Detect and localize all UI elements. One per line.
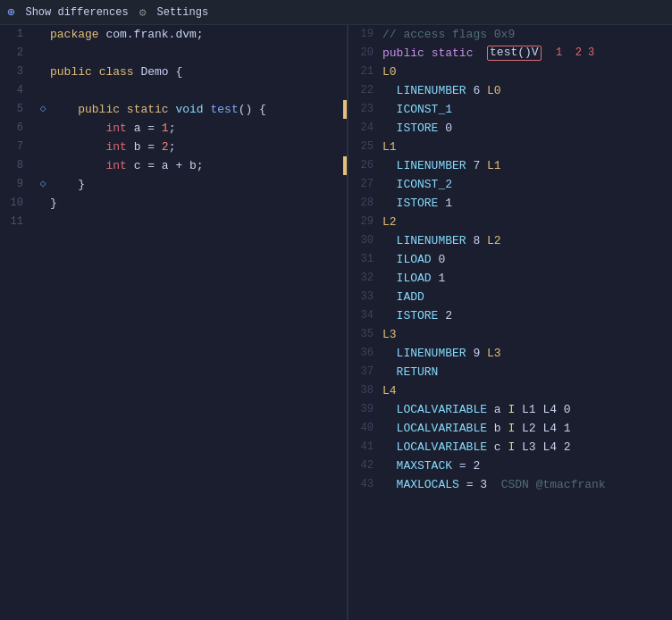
right-num-20: 20 [349,44,377,63]
line-num-9: 9 [0,175,29,194]
source-line-1: package com.frank.dvm; [36,25,347,44]
gutter-10 [36,194,50,213]
right-num-36: 36 [349,344,377,363]
right-num-42: 42 [349,457,377,475]
right-line-numbers: 19 20 21 22 23 24 25 26 27 28 29 30 31 3… [349,25,382,620]
diff-marker-8 [343,156,347,175]
settings-icon: ⚙ [139,5,147,20]
settings-label: Settings [156,6,208,19]
source-line-8: int c = a + b; [36,156,347,175]
bytecode-area: 19 20 21 22 23 24 25 26 27 28 29 30 31 3… [349,25,672,620]
bc-line-27: ICONST_2 [382,175,672,194]
bc-line-29: L2 [382,213,672,231]
bc-line-22: LINENUMBER 6 L0 [382,81,672,100]
bc-line-40: LOCALVARIABLE b I L2 L4 1 [382,419,672,438]
line-num-1: 1 [0,25,29,44]
main-content: 1 2 3 4 5 6 7 8 9 10 11 package com.fran… [0,25,672,620]
method-highlight-box: test()V [487,46,542,60]
right-num-27: 27 [349,175,377,194]
gutter-8 [36,156,50,175]
right-num-28: 28 [349,194,377,213]
diff-marker-5 [343,100,347,119]
line-numbers: 1 2 3 4 5 6 7 8 9 10 11 [0,25,36,620]
source-line-3: public class Demo { [36,63,347,81]
source-line-9: ◇ } [36,175,347,194]
right-num-26: 26 [349,156,377,175]
bc-line-42: MAXSTACK = 2 [382,457,672,475]
right-num-31: 31 [349,250,377,269]
gutter-7 [36,138,50,156]
show-diff-label: Show differences [25,6,128,19]
gutter-5: ◇ [36,100,50,119]
bc-line-20: public static test()V 1 2 3 [382,44,672,63]
line-num-8: 8 [0,156,29,175]
top-bar: ⊕ Show differences ⚙ Settings [0,0,672,25]
plugin-icon: ⊕ [7,4,14,20]
line-num-7: 7 [0,138,29,156]
line-num-11: 11 [0,213,29,231]
right-num-38: 38 [349,381,377,400]
line-num-10: 10 [0,194,29,213]
right-num-41: 41 [349,438,377,457]
bc-line-23: ICONST_1 [382,100,672,119]
bc-line-36: LINENUMBER 9 L3 [382,344,672,363]
gutter-1 [36,25,50,44]
right-num-35: 35 [349,325,377,344]
right-num-43: 43 [349,475,377,494]
bc-line-24: ISTORE 0 [382,119,672,138]
source-line-6: int a = 1 ; [36,119,347,138]
source-line-2 [36,44,347,63]
source-line-10: } [36,194,347,213]
right-num-32: 32 [349,269,377,288]
bc-line-30: LINENUMBER 8 L2 [382,231,672,250]
show-differences-button[interactable]: Show differences [25,6,128,19]
line-num-3: 3 [0,63,29,81]
right-num-24: 24 [349,119,377,138]
bc-line-37: RETURN [382,363,672,381]
right-num-30: 30 [349,231,377,250]
right-panel: 19 20 21 22 23 24 25 26 27 28 29 30 31 3… [349,25,672,620]
source-code-area: 1 2 3 4 5 6 7 8 9 10 11 package com.fran… [0,25,347,620]
bc-line-39: LOCALVARIABLE a I L1 L4 0 [382,400,672,419]
line-num-5: 5 [0,100,29,119]
gutter-3 [36,63,50,81]
right-num-33: 33 [349,288,377,306]
bc-line-19: // access flags 0x9 [382,25,672,44]
bc-line-31: ILOAD 0 [382,250,672,269]
gutter-9: ◇ [36,175,50,194]
settings-button[interactable]: Settings [156,6,208,19]
bytecode-lines: // access flags 0x9 public static test()… [382,25,672,620]
bc-line-41: LOCALVARIABLE c I L3 L4 2 [382,438,672,457]
right-num-19: 19 [349,25,377,44]
bc-line-38: L4 [382,381,672,400]
gutter-2 [36,44,50,63]
bc-line-32: ILOAD 1 [382,269,672,288]
bc-line-25: L1 [382,138,672,156]
bc-line-43: MAXLOCALS = 3 CSDN @tmacfrank [382,475,672,494]
source-line-4 [36,81,347,100]
source-line-5: ◇ public static void test () { [36,100,347,119]
bc-line-28: ISTORE 1 [382,194,672,213]
line-num-2: 2 [0,44,29,63]
source-code-lines: package com.frank.dvm; public class Demo… [36,25,347,620]
right-num-21: 21 [349,63,377,81]
right-num-22: 22 [349,81,377,100]
bc-line-35: L3 [382,325,672,344]
gutter-11 [36,213,50,231]
right-num-25: 25 [349,138,377,156]
right-num-37: 37 [349,363,377,381]
bc-line-21: L0 [382,63,672,81]
right-num-34: 34 [349,306,377,325]
right-num-39: 39 [349,400,377,419]
gutter-6 [36,119,50,138]
gutter-4 [36,81,50,100]
bc-line-33: IADD [382,288,672,306]
right-num-23: 23 [349,100,377,119]
right-num-40: 40 [349,419,377,438]
source-line-11 [36,213,347,231]
source-line-7: int b = 2 ; [36,138,347,156]
right-num-29: 29 [349,213,377,231]
bc-line-34: ISTORE 2 [382,306,672,325]
line-num-6: 6 [0,119,29,138]
line-num-4: 4 [0,81,29,100]
